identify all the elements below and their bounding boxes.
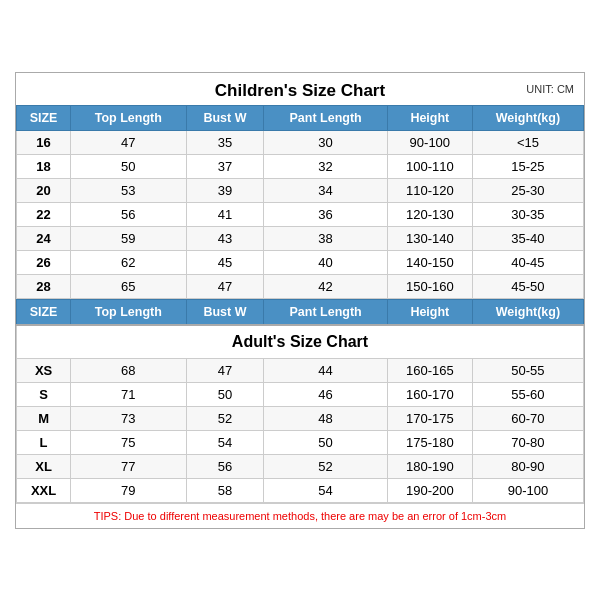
children-table-body: 1647353090-100<1518503732100-11015-25205… [17, 130, 584, 298]
table-cell: 36 [264, 202, 387, 226]
table-cell: 26 [17, 250, 71, 274]
table-cell: M [17, 406, 71, 430]
table-row: 18503732100-11015-25 [17, 154, 584, 178]
adult-col-header-weight: Weight(kg) [472, 299, 583, 325]
table-cell: 75 [71, 430, 186, 454]
children-size-table: SIZE Top Length Bust W Pant Length Heigh… [16, 105, 584, 299]
adult-col-header-height: Height [387, 299, 472, 325]
table-row: XL775652180-19080-90 [17, 454, 584, 478]
table-cell: 54 [264, 478, 387, 502]
table-cell: 160-170 [387, 382, 472, 406]
table-cell: 50 [186, 382, 264, 406]
table-cell: 22 [17, 202, 71, 226]
table-cell: 47 [186, 274, 264, 298]
children-title-row: Children's Size Chart UNIT: CM [16, 73, 584, 105]
table-cell: 65 [71, 274, 186, 298]
table-cell: 56 [71, 202, 186, 226]
table-cell: 130-140 [387, 226, 472, 250]
table-cell: 41 [186, 202, 264, 226]
table-cell: 60-70 [472, 406, 583, 430]
table-row: 24594338130-14035-40 [17, 226, 584, 250]
table-cell: 53 [71, 178, 186, 202]
table-cell: 34 [264, 178, 387, 202]
table-cell: 37 [186, 154, 264, 178]
table-cell: 73 [71, 406, 186, 430]
adults-size-table: Adult's Size Chart SIZE Top Length Bust … [16, 299, 584, 503]
col-header-size: SIZE [17, 105, 71, 130]
table-cell: 120-130 [387, 202, 472, 226]
table-cell: 100-110 [387, 154, 472, 178]
table-row: 22564136120-13030-35 [17, 202, 584, 226]
table-cell: 62 [71, 250, 186, 274]
table-cell: S [17, 382, 71, 406]
table-cell: 42 [264, 274, 387, 298]
table-cell: 47 [186, 358, 264, 382]
table-cell: 18 [17, 154, 71, 178]
table-cell: 50 [264, 430, 387, 454]
table-cell: 45 [186, 250, 264, 274]
table-cell: 52 [264, 454, 387, 478]
adults-chart-title: Adult's Size Chart [17, 325, 584, 359]
table-cell: 70-80 [472, 430, 583, 454]
adult-col-header-bust-w: Bust W [186, 299, 264, 325]
table-cell: 40 [264, 250, 387, 274]
table-row: XS684744160-16550-55 [17, 358, 584, 382]
table-cell: 44 [264, 358, 387, 382]
unit-label: UNIT: CM [526, 83, 574, 95]
table-cell: 59 [71, 226, 186, 250]
table-cell: 45-50 [472, 274, 583, 298]
col-header-weight: Weight(kg) [472, 105, 583, 130]
table-row: M735248170-17560-70 [17, 406, 584, 430]
tips-text: TIPS: Due to different measurement metho… [16, 503, 584, 528]
table-cell: 35-40 [472, 226, 583, 250]
children-header-row: SIZE Top Length Bust W Pant Length Heigh… [17, 105, 584, 130]
table-row: 20533934110-12025-30 [17, 178, 584, 202]
table-row: XXL795854190-20090-100 [17, 478, 584, 502]
table-cell: 28 [17, 274, 71, 298]
table-cell: 79 [71, 478, 186, 502]
table-cell: 30 [264, 130, 387, 154]
table-cell: 175-180 [387, 430, 472, 454]
table-cell: 170-175 [387, 406, 472, 430]
table-cell: 110-120 [387, 178, 472, 202]
col-header-pant-length: Pant Length [264, 105, 387, 130]
table-cell: 35 [186, 130, 264, 154]
table-cell: 15-25 [472, 154, 583, 178]
table-cell: 46 [264, 382, 387, 406]
table-cell: 54 [186, 430, 264, 454]
table-cell: 160-165 [387, 358, 472, 382]
table-cell: 77 [71, 454, 186, 478]
table-cell: 30-35 [472, 202, 583, 226]
table-cell: XS [17, 358, 71, 382]
table-cell: 16 [17, 130, 71, 154]
adult-col-header-top-length: Top Length [71, 299, 186, 325]
table-cell: 20 [17, 178, 71, 202]
table-cell: 190-200 [387, 478, 472, 502]
table-cell: 56 [186, 454, 264, 478]
col-header-bust-w: Bust W [186, 105, 264, 130]
table-row: 26624540140-15040-45 [17, 250, 584, 274]
table-cell: 48 [264, 406, 387, 430]
table-cell: 25-30 [472, 178, 583, 202]
table-cell: 39 [186, 178, 264, 202]
table-cell: 140-150 [387, 250, 472, 274]
table-cell: 71 [71, 382, 186, 406]
adults-table-body: XS684744160-16550-55S715046160-17055-60M… [17, 358, 584, 502]
table-cell: <15 [472, 130, 583, 154]
table-row: S715046160-17055-60 [17, 382, 584, 406]
table-row: 1647353090-100<15 [17, 130, 584, 154]
table-cell: 43 [186, 226, 264, 250]
table-cell: 90-100 [472, 478, 583, 502]
table-row: 28654742150-16045-50 [17, 274, 584, 298]
table-cell: 150-160 [387, 274, 472, 298]
table-cell: 47 [71, 130, 186, 154]
table-cell: 90-100 [387, 130, 472, 154]
table-cell: 50 [71, 154, 186, 178]
table-cell: 32 [264, 154, 387, 178]
table-cell: 180-190 [387, 454, 472, 478]
table-cell: XXL [17, 478, 71, 502]
table-cell: XL [17, 454, 71, 478]
adult-col-header-size: SIZE [17, 299, 71, 325]
adults-title-row: Adult's Size Chart [17, 325, 584, 359]
size-chart-container: Children's Size Chart UNIT: CM SIZE Top … [15, 72, 585, 529]
